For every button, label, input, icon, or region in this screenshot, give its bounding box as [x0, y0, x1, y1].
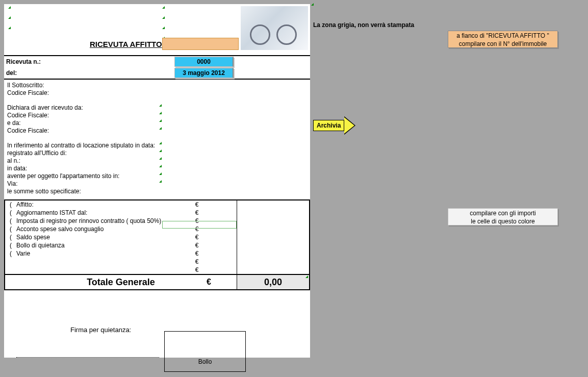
receipt-info-box: Ricevuta n.: 0000 del: 3 maggio 2012 [4, 55, 310, 80]
bollo-box: Bollo [164, 331, 246, 372]
signature-line [16, 357, 159, 358]
selected-cell[interactable] [162, 221, 237, 229]
gray-zone-note: La zona grigia, non verrà stampata [313, 21, 414, 29]
page-title: RICEVUTA AFFITTO [90, 40, 162, 48]
property-number-input[interactable] [162, 38, 239, 50]
item-row: € [5, 258, 309, 266]
label-oggetto: avente per oggetto l'appartamento sito i… [7, 172, 307, 180]
items-table: (Affitto:€ (Aggiornamento ISTAT dal:€ (I… [4, 199, 310, 274]
item-row: (Acconto spese salvo conguaglio€ [5, 225, 309, 233]
bollo-label: Bollo [198, 358, 212, 365]
total-label: Totale Generale [87, 277, 155, 288]
label-via: Via: [7, 180, 307, 188]
header: RICEVUTA AFFITTO [4, 4, 310, 52]
receipt-date-input[interactable]: 3 maggio 2012 [174, 68, 234, 78]
label-contratto: In riferimento al contratto di locazione… [7, 142, 307, 149]
item-row: (Varie€ [5, 249, 309, 258]
tip-amounts: compilare con gli importi le celle di qu… [448, 208, 558, 225]
receipt-number-input[interactable]: 0000 [174, 57, 234, 67]
details-section: Il Sottoscritto: Codice Fiscale: Dichiar… [4, 80, 310, 199]
total-eur: € [207, 278, 211, 287]
total-row: Totale Generale € 0,00 [4, 274, 310, 290]
receipt-page: RICEVUTA AFFITTO Ricevuta n.: 0000 del: … [4, 4, 310, 358]
signature-label: Firma per quietanza: [4, 290, 310, 334]
label-eda: e da: [7, 119, 307, 127]
item-row: (Aggiornamento ISTAT dal:€ [5, 209, 309, 217]
header-image [241, 6, 308, 50]
receipt-number-label: Ricevuta n.: [6, 58, 174, 65]
label-somme: le somme sotto specificate: [7, 188, 307, 195]
item-row: (Imposta di registro per rinnovo contrat… [5, 217, 309, 225]
tip-property-number: a fianco di "RICEVUTA AFFITTO " compilar… [448, 31, 558, 48]
label-cf1: Codice Fiscale: [7, 89, 307, 97]
label-registrato: registrato all'Ufficio di: [7, 149, 307, 157]
item-row: (Saldo spese€ [5, 233, 309, 241]
archive-button-label: Archivia [313, 120, 344, 131]
label-cf2: Codice Fiscale: [7, 112, 307, 119]
arrow-right-icon [344, 116, 355, 135]
receipt-date-label: del: [6, 69, 174, 77]
footer: Firma per quietanza: Bollo [4, 290, 310, 358]
total-value: 0,00 [264, 277, 282, 287]
label-sottoscritto: Il Sottoscritto: [7, 82, 307, 89]
item-row: € [5, 266, 309, 274]
label-dichiara: Dichiara di aver ricevuto da: [7, 104, 307, 112]
label-aln: al n.: [7, 157, 307, 165]
archive-button[interactable]: Archivia [313, 116, 355, 135]
label-indata: in data: [7, 165, 307, 172]
item-row: (Affitto:€ [5, 200, 309, 209]
item-row: (Bollo di quietanza€ [5, 241, 309, 249]
label-cf3: Codice Fiscale: [7, 127, 307, 135]
